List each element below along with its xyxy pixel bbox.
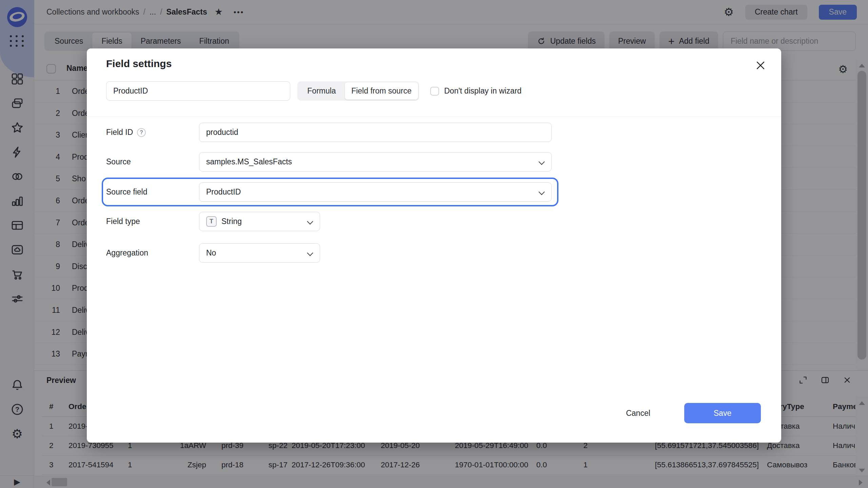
source-field-value: ProductID: [206, 187, 241, 197]
field-mode-segmented-control: Formula Field from source: [297, 81, 419, 101]
field-type-select[interactable]: T String: [199, 212, 320, 231]
close-icon[interactable]: [755, 60, 766, 71]
aggregation-label: Aggregation: [106, 243, 148, 263]
mode-field-from-source-option[interactable]: Field from source: [345, 82, 418, 100]
modal-divider: [87, 117, 781, 117]
string-type-icon: T: [206, 216, 217, 227]
modal-title: Field settings: [106, 58, 172, 69]
source-label: Source: [106, 152, 131, 171]
field-name-input[interactable]: [106, 81, 290, 101]
wizard-checkbox-row: Don't display in wizard: [430, 81, 521, 101]
aggregation-select[interactable]: No: [199, 243, 320, 263]
chevron-down-icon: [538, 189, 545, 195]
field-id-input[interactable]: [199, 123, 552, 142]
field-type-value: String: [221, 217, 242, 226]
aggregation-value: No: [206, 248, 216, 258]
source-field-label: Source field: [106, 182, 147, 202]
help-icon[interactable]: ?: [137, 128, 146, 137]
app-root: ? ⚙ ▶ Collections and workbooks / ... / …: [0, 0, 868, 488]
source-value: samples.MS_SalesFacts: [206, 157, 292, 166]
field-id-label: Field ID ?: [106, 123, 146, 142]
source-field-select[interactable]: ProductID: [199, 182, 552, 202]
chevron-down-icon: [307, 250, 313, 256]
dont-display-checkbox[interactable]: [430, 87, 439, 96]
cancel-button[interactable]: Cancel: [618, 406, 658, 420]
chevron-down-icon: [538, 159, 545, 165]
field-type-label: Field type: [106, 212, 140, 231]
save-field-button[interactable]: Save: [684, 403, 761, 423]
mode-formula-option[interactable]: Formula: [298, 82, 345, 100]
field-settings-modal: Field settings Formula Field from source…: [87, 48, 781, 443]
dont-display-label: Don't display in wizard: [444, 86, 521, 96]
source-select[interactable]: samples.MS_SalesFacts: [199, 152, 552, 171]
chevron-down-icon: [307, 218, 313, 224]
